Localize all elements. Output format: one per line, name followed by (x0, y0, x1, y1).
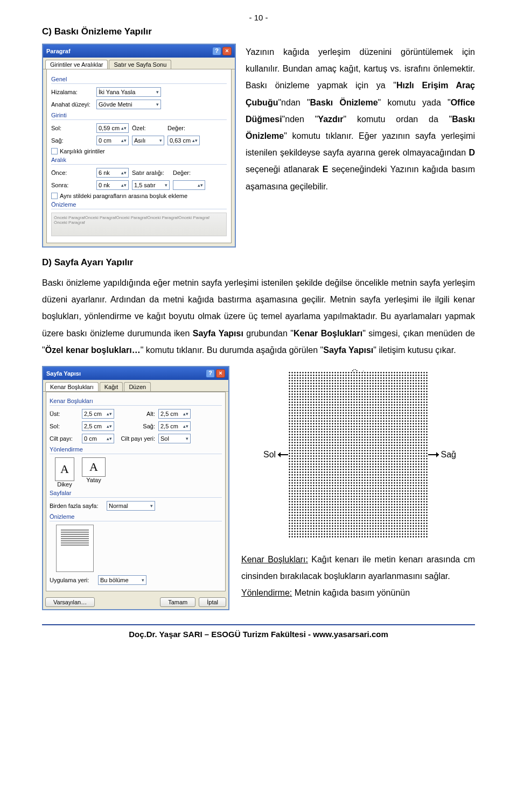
checkbox-icon (51, 193, 58, 199)
chk-aynistil-label: Aynı stildeki paragrafların arasına boşl… (60, 193, 187, 199)
group-aralik: Aralık (51, 157, 227, 165)
sol-label: Sol: (51, 125, 93, 131)
preview-page-icon (56, 525, 94, 572)
ust-spin[interactable]: 2,5 cm▴▾ (82, 409, 114, 419)
kenar-bosluklari-label: Kenar Boşlukları: (241, 555, 308, 564)
page-number: - 10 - (42, 13, 475, 22)
sol-spin[interactable]: 0,59 cm▴▾ (96, 123, 129, 133)
bottom-row: Sayfa Yapısı ? × Kenar Boşlukları Kağıt … (42, 366, 475, 610)
group-kenar: Kenar Boşlukları (50, 398, 222, 406)
sag-spin[interactable]: 0 cm▴▾ (96, 136, 129, 145)
tab-kagit[interactable]: Kağıt (100, 382, 123, 391)
sol-label: Sol: (50, 423, 79, 429)
yonlendirme-label: Yönlendirme: (241, 588, 292, 597)
sonra-value: 0 nk (99, 182, 110, 188)
birden-value: Normal (109, 503, 128, 509)
close-icon[interactable]: × (222, 47, 232, 55)
sonra-spin[interactable]: 0 nk▴▾ (96, 180, 129, 190)
ls-deg-spin[interactable]: ▴▾ (173, 180, 205, 190)
sol2-value: 2,5 cm (84, 423, 102, 429)
top-row: Paragraf ? × Girintiler ve Aralıklar Sat… (42, 44, 475, 248)
sag2-spin[interactable]: 2,5 cm▴▾ (158, 421, 191, 431)
sayfa-tabs: Kenar Boşlukları Kağıt Düzen (43, 380, 228, 392)
anahat-label: Anahat düzeyi: (51, 101, 93, 108)
spinner-icon: ▴▾ (107, 436, 112, 441)
spinner-icon: ▴▾ (107, 423, 112, 429)
sag-margin-label: Sağ (441, 450, 456, 460)
body-paragraph: Baskı önizleme yapıldığında eğer metnin … (42, 274, 475, 358)
group-yon: Yönlendirme (50, 446, 222, 454)
dialog-button-row: Varsayılan… Tamam İptal (43, 594, 228, 609)
asili-combo[interactable]: Asılı▾ (132, 136, 164, 145)
yatay-label: Yatay (82, 477, 106, 483)
cilt-spin[interactable]: 0 cm▴▾ (82, 434, 114, 443)
anahat-value: Gövde Metni (99, 101, 132, 108)
document-page: - 10 - C) Baskı Önizleme Yapılır Paragra… (0, 0, 517, 647)
sol-margin-label: Sol (263, 450, 276, 460)
once-value: 6 nk (99, 170, 110, 176)
alt-spin[interactable]: 2,5 cm▴▾ (158, 409, 191, 419)
orientation-row: ADikey AYatay (55, 457, 222, 488)
tamam-button[interactable]: Tamam (160, 597, 195, 607)
spinner-icon: ▴▾ (121, 125, 127, 131)
chk-aynistil[interactable]: Aynı stildeki paragrafların arasına boşl… (51, 193, 227, 199)
cilt-label: Cilt payı: (50, 435, 79, 442)
close-icon[interactable]: × (216, 369, 225, 378)
paragraf-tabs: Girintiler ve Aralıklar Satır ve Sayfa S… (43, 58, 235, 69)
chevron-down-icon: ▾ (159, 138, 162, 143)
heading-c: C) Baskı Önizleme Yapılır (42, 26, 475, 37)
sonra-label: Sonra: (51, 182, 93, 188)
asili-deg-spin[interactable]: 0,63 cm▴▾ (167, 136, 200, 145)
birden-label: Birden fazla sayfa: (50, 503, 103, 509)
birden-combo[interactable]: Normal▾ (107, 501, 155, 511)
spinner-icon: ▴▾ (192, 138, 198, 143)
sag-value: 0 cm (99, 137, 111, 144)
once-spin[interactable]: 6 nk▴▾ (96, 168, 129, 178)
sag-label: Sağ: (51, 137, 93, 144)
tab-kenar[interactable]: Kenar Boşlukları (45, 382, 99, 391)
sag-label: Sağ: (117, 423, 155, 429)
hizalama-combo[interactable]: İki Yana Yasla▾ (96, 87, 161, 97)
satiraraligi-label: Satır aralığı: (132, 170, 170, 176)
iptal-button[interactable]: İptal (199, 597, 226, 607)
spinner-icon: ▴▾ (121, 182, 127, 188)
asili-deg-value: 0,63 cm (170, 137, 191, 144)
spinner-icon: ▴▾ (107, 411, 112, 416)
group-sayfalar: Sayfalar (50, 490, 222, 498)
group-genel: Genel (51, 76, 227, 84)
yonlendirme-text: Metnin kağıda basım yönünün (292, 588, 410, 597)
chevron-down-icon: ▾ (186, 436, 188, 441)
paragraf-panel: Genel Hizalama: İki Yana Yasla▾ Anahat d… (46, 69, 232, 243)
deger2-label: Değer: (173, 170, 205, 176)
ls-value: 1,5 satır (134, 182, 156, 188)
chk-karsilikli[interactable]: Karşılıklı girintiler (51, 148, 227, 154)
tab-satirsayfa[interactable]: Satır ve Sayfa Sonu (109, 60, 171, 69)
varsayilan-button[interactable]: Varsayılan… (45, 597, 95, 607)
chevron-down-icon: ▾ (142, 577, 144, 583)
hizalama-label: Hizalama: (51, 89, 93, 95)
group-onizleme2: Önizleme (50, 513, 222, 521)
deger-label: Değer: (167, 125, 200, 131)
titlebar-buttons: ? × (206, 369, 225, 378)
anahat-combo[interactable]: Gövde Metni▾ (96, 100, 161, 109)
alt-value: 2,5 cm (160, 411, 178, 417)
orient-dikey[interactable]: ADikey (55, 457, 74, 488)
cilt-value: 0 cm (84, 435, 97, 442)
ust-label: Üst: (50, 411, 79, 417)
ls-combo[interactable]: 1,5 satır▾ (132, 180, 170, 190)
help-icon[interactable]: ? (206, 369, 215, 378)
sol-value: 0,59 cm (99, 125, 120, 131)
tab-girintiler[interactable]: Girintiler ve Aralıklar (45, 60, 108, 69)
spinner-icon: ▴▾ (121, 170, 127, 175)
sayfa-dialog: Sayfa Yapısı ? × Kenar Boşlukları Kağıt … (42, 366, 229, 610)
uyg-combo[interactable]: Bu bölüme▾ (98, 575, 146, 585)
sayfa-panel: Kenar Boşlukları Üst: 2,5 cm▴▾ Alt: 2,5 … (46, 392, 226, 591)
sol2-spin[interactable]: 2,5 cm▴▾ (82, 421, 114, 431)
ciltyer-combo[interactable]: Sol▾ (158, 434, 191, 443)
help-icon[interactable]: ? (212, 47, 221, 55)
ozel-label: Özel: (132, 125, 164, 131)
right-paragraph: Yazının kağıda yerleşim düzenini görüntü… (246, 44, 475, 248)
footer: Doç.Dr. Yaşar SARI – ESOGÜ Turizm Fakült… (42, 624, 475, 642)
tab-duzen[interactable]: Düzen (124, 382, 151, 391)
orient-yatay[interactable]: AYatay (82, 457, 106, 488)
